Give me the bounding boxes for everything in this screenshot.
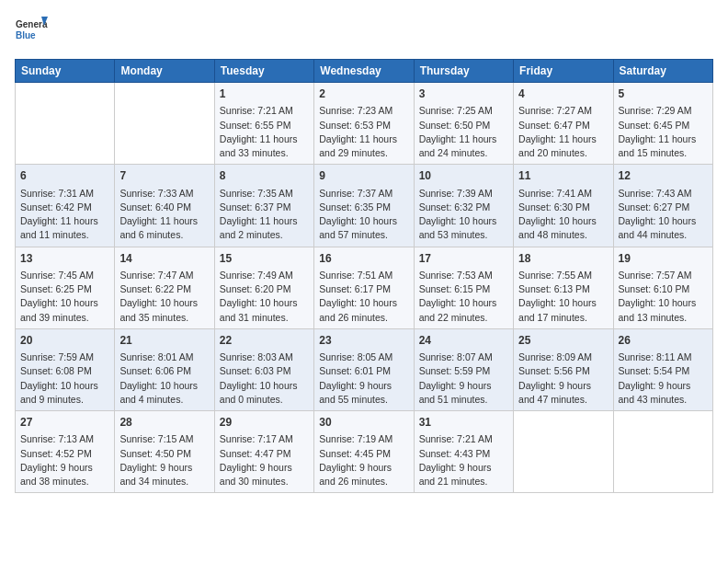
calendar-week-3: 13Sunrise: 7:45 AMSunset: 6:25 PMDayligh… — [16, 247, 713, 328]
calendar-cell: 3Sunrise: 7:25 AMSunset: 6:50 PMDaylight… — [414, 83, 513, 165]
day-number: 5 — [619, 86, 708, 102]
calendar-cell: 12Sunrise: 7:43 AMSunset: 6:27 PMDayligh… — [613, 165, 712, 247]
day-number: 19 — [619, 251, 708, 267]
day-number: 30 — [319, 415, 408, 431]
day-number: 29 — [220, 415, 309, 431]
calendar-week-1: 1Sunrise: 7:21 AMSunset: 6:55 PMDaylight… — [16, 83, 713, 165]
day-number: 15 — [220, 251, 309, 267]
svg-text:Blue: Blue — [16, 30, 36, 40]
calendar-cell: 22Sunrise: 8:03 AMSunset: 6:03 PMDayligh… — [214, 328, 313, 410]
day-number: 4 — [518, 86, 608, 102]
calendar-cell: 23Sunrise: 8:05 AMSunset: 6:01 PMDayligh… — [314, 328, 414, 410]
calendar-cell: 11Sunrise: 7:41 AMSunset: 6:30 PMDayligh… — [514, 165, 613, 247]
calendar-table: SundayMondayTuesdayWednesdayThursdayFrid… — [15, 59, 713, 493]
calendar-header: SundayMondayTuesdayWednesdayThursdayFrid… — [16, 60, 713, 83]
day-number: 31 — [419, 415, 508, 431]
calendar-cell: 15Sunrise: 7:49 AMSunset: 6:20 PMDayligh… — [214, 247, 313, 328]
logo: General Blue — [15, 15, 48, 48]
calendar-cell: 21Sunrise: 8:01 AMSunset: 6:06 PMDayligh… — [115, 328, 214, 410]
calendar-cell: 30Sunrise: 7:19 AMSunset: 4:45 PMDayligh… — [314, 411, 414, 493]
day-number: 2 — [319, 86, 408, 102]
calendar-cell: 28Sunrise: 7:15 AMSunset: 4:50 PMDayligh… — [115, 411, 214, 493]
calendar-cell: 2Sunrise: 7:23 AMSunset: 6:53 PMDaylight… — [314, 83, 414, 165]
calendar-cell — [514, 411, 613, 493]
day-number: 16 — [319, 251, 408, 267]
calendar-cell: 10Sunrise: 7:39 AMSunset: 6:32 PMDayligh… — [414, 165, 513, 247]
day-number: 3 — [419, 86, 508, 102]
day-number: 28 — [119, 415, 209, 431]
header-cell-sunday: Sunday — [16, 60, 115, 83]
calendar-cell: 25Sunrise: 8:09 AMSunset: 5:56 PMDayligh… — [514, 328, 613, 410]
day-number: 26 — [619, 333, 708, 349]
day-number: 23 — [319, 333, 408, 349]
calendar-body: 1Sunrise: 7:21 AMSunset: 6:55 PMDaylight… — [16, 83, 713, 493]
calendar-cell: 6Sunrise: 7:31 AMSunset: 6:42 PMDaylight… — [16, 165, 115, 247]
day-number: 12 — [619, 168, 708, 184]
day-number: 22 — [220, 333, 309, 349]
calendar-cell — [613, 411, 712, 493]
header-cell-wednesday: Wednesday — [314, 60, 414, 83]
calendar-cell: 17Sunrise: 7:53 AMSunset: 6:15 PMDayligh… — [414, 247, 513, 328]
day-number: 7 — [119, 168, 209, 184]
day-number: 17 — [419, 251, 508, 267]
day-number: 21 — [119, 333, 209, 349]
calendar-cell: 29Sunrise: 7:17 AMSunset: 4:47 PMDayligh… — [214, 411, 313, 493]
day-number: 27 — [20, 415, 109, 431]
calendar-cell: 14Sunrise: 7:47 AMSunset: 6:22 PMDayligh… — [115, 247, 214, 328]
calendar-cell — [115, 83, 214, 165]
calendar-cell: 19Sunrise: 7:57 AMSunset: 6:10 PMDayligh… — [613, 247, 712, 328]
calendar-cell: 4Sunrise: 7:27 AMSunset: 6:47 PMDaylight… — [514, 83, 613, 165]
header-cell-thursday: Thursday — [414, 60, 513, 83]
calendar-cell: 8Sunrise: 7:35 AMSunset: 6:37 PMDaylight… — [214, 165, 313, 247]
calendar-cell: 26Sunrise: 8:11 AMSunset: 5:54 PMDayligh… — [613, 328, 712, 410]
day-number: 9 — [319, 168, 408, 184]
calendar-week-5: 27Sunrise: 7:13 AMSunset: 4:52 PMDayligh… — [16, 411, 713, 493]
day-number: 25 — [518, 333, 608, 349]
calendar-cell: 18Sunrise: 7:55 AMSunset: 6:13 PMDayligh… — [514, 247, 613, 328]
header-cell-saturday: Saturday — [613, 60, 712, 83]
calendar-cell — [16, 83, 115, 165]
calendar-cell: 24Sunrise: 8:07 AMSunset: 5:59 PMDayligh… — [414, 328, 513, 410]
header-row: SundayMondayTuesdayWednesdayThursdayFrid… — [16, 60, 713, 83]
calendar-week-2: 6Sunrise: 7:31 AMSunset: 6:42 PMDaylight… — [16, 165, 713, 247]
page-header: General Blue — [15, 15, 713, 48]
calendar-cell: 13Sunrise: 7:45 AMSunset: 6:25 PMDayligh… — [16, 247, 115, 328]
calendar-cell: 9Sunrise: 7:37 AMSunset: 6:35 PMDaylight… — [314, 165, 414, 247]
header-cell-monday: Monday — [115, 60, 214, 83]
calendar-cell: 20Sunrise: 7:59 AMSunset: 6:08 PMDayligh… — [16, 328, 115, 410]
header-cell-tuesday: Tuesday — [214, 60, 313, 83]
day-number: 1 — [220, 86, 309, 102]
day-number: 20 — [20, 333, 109, 349]
day-number: 18 — [518, 251, 608, 267]
calendar-cell: 27Sunrise: 7:13 AMSunset: 4:52 PMDayligh… — [16, 411, 115, 493]
day-number: 11 — [518, 168, 608, 184]
day-number: 10 — [419, 168, 508, 184]
day-number: 24 — [419, 333, 508, 349]
logo-svg: General Blue — [15, 15, 48, 48]
calendar-cell: 16Sunrise: 7:51 AMSunset: 6:17 PMDayligh… — [314, 247, 414, 328]
calendar-week-4: 20Sunrise: 7:59 AMSunset: 6:08 PMDayligh… — [16, 328, 713, 410]
calendar-cell: 1Sunrise: 7:21 AMSunset: 6:55 PMDaylight… — [214, 83, 313, 165]
calendar-cell: 7Sunrise: 7:33 AMSunset: 6:40 PMDaylight… — [115, 165, 214, 247]
day-number: 14 — [119, 251, 209, 267]
day-number: 13 — [20, 251, 109, 267]
day-number: 6 — [20, 168, 109, 184]
calendar-cell: 31Sunrise: 7:21 AMSunset: 4:43 PMDayligh… — [414, 411, 513, 493]
header-cell-friday: Friday — [514, 60, 613, 83]
day-number: 8 — [220, 168, 309, 184]
calendar-cell: 5Sunrise: 7:29 AMSunset: 6:45 PMDaylight… — [613, 83, 712, 165]
